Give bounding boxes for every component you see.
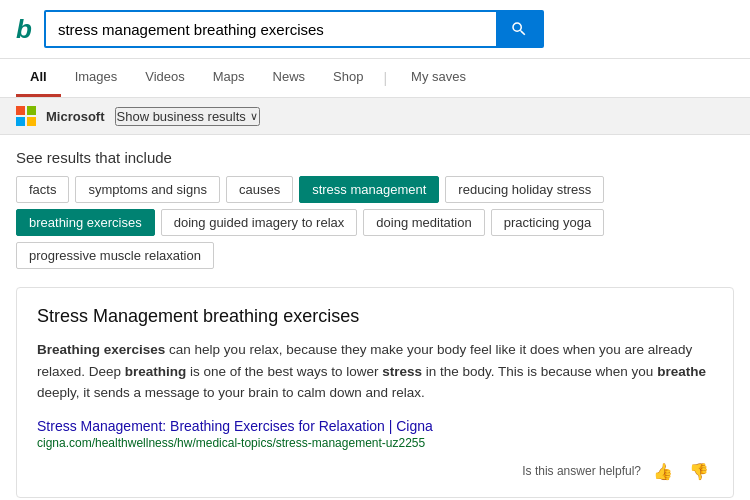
filter-tags-row2: breathing exercises doing guided imagery…: [16, 209, 734, 269]
search-icon: [510, 20, 528, 38]
tab-maps[interactable]: Maps: [199, 59, 259, 97]
thumbs-up-button[interactable]: 👍: [649, 460, 677, 483]
tag-progressive-muscle-relaxation[interactable]: progressive muscle relaxation: [16, 242, 214, 269]
tag-doing-meditation[interactable]: doing meditation: [363, 209, 484, 236]
chevron-down-icon: ∨: [250, 110, 258, 123]
result-title: Stress Management breathing exercises: [37, 306, 713, 327]
show-business-button[interactable]: Show business results ∨: [115, 107, 260, 126]
tab-news[interactable]: News: [259, 59, 320, 97]
show-business-label: Show business results: [117, 109, 246, 124]
tag-doing-guided-imagery[interactable]: doing guided imagery to relax: [161, 209, 358, 236]
ms-logo-yellow: [27, 117, 36, 126]
tag-practicing-yoga[interactable]: practicing yoga: [491, 209, 604, 236]
result-link[interactable]: Stress Management: Breathing Exercises f…: [37, 418, 713, 434]
tab-my-saves[interactable]: My saves: [397, 59, 480, 97]
helpful-row: Is this answer helpful? 👍 👎: [37, 460, 713, 483]
bing-logo: b: [16, 14, 32, 45]
filter-section: See results that include facts symptoms …: [0, 135, 750, 273]
nav-tabs: All Images Videos Maps News Shop | My sa…: [0, 59, 750, 98]
result-keyword-breathe: breathe: [657, 364, 706, 379]
result-keyword-breathing: Breathing exercises: [37, 342, 165, 357]
tab-images[interactable]: Images: [61, 59, 132, 97]
result-keyword-breathing2: breathing: [125, 364, 187, 379]
result-url: cigna.com/healthwellness/hw/medical-topi…: [37, 436, 713, 450]
result-keyword-stress: stress: [382, 364, 422, 379]
filter-tags: facts symptoms and signs causes stress m…: [16, 176, 734, 203]
tag-facts[interactable]: facts: [16, 176, 69, 203]
tab-all[interactable]: All: [16, 59, 61, 97]
search-bar: [44, 10, 544, 48]
helpful-label: Is this answer helpful?: [522, 464, 641, 478]
search-input[interactable]: [46, 12, 496, 46]
nav-divider: |: [383, 70, 387, 86]
tab-shop[interactable]: Shop: [319, 59, 377, 97]
tag-breathing-exercises[interactable]: breathing exercises: [16, 209, 155, 236]
ms-logo-red: [16, 106, 25, 115]
tab-videos[interactable]: Videos: [131, 59, 199, 97]
ms-logo-green: [27, 106, 36, 115]
microsoft-logo: [16, 106, 36, 126]
tag-stress-management[interactable]: stress management: [299, 176, 439, 203]
tag-causes[interactable]: causes: [226, 176, 293, 203]
result-body: Breathing exercises can help you relax, …: [37, 339, 713, 404]
result-card: Stress Management breathing exercises Br…: [16, 287, 734, 498]
search-button[interactable]: [496, 12, 542, 46]
thumbs-down-button[interactable]: 👎: [685, 460, 713, 483]
filter-title: See results that include: [16, 149, 734, 166]
tag-reducing-holiday-stress[interactable]: reducing holiday stress: [445, 176, 604, 203]
tag-symptoms-and-signs[interactable]: symptoms and signs: [75, 176, 220, 203]
header: b: [0, 0, 750, 59]
business-bar: Microsoft Show business results ∨: [0, 98, 750, 135]
ms-logo-blue: [16, 117, 25, 126]
microsoft-label: Microsoft: [46, 109, 105, 124]
